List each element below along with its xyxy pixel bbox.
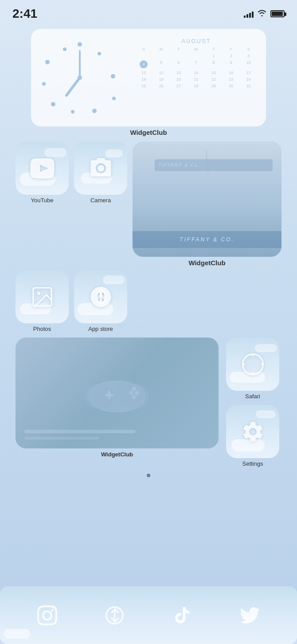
widgetclub-label-2: WidgetClub	[188, 259, 225, 267]
battery-icon	[270, 10, 285, 17]
svg-point-12	[135, 391, 139, 395]
safari-label: Safari	[245, 393, 260, 400]
svg-point-13	[132, 387, 137, 391]
status-icons	[244, 9, 285, 19]
svg-point-11	[129, 391, 133, 395]
svg-point-16	[242, 354, 263, 374]
safari-icon[interactable]	[226, 338, 279, 391]
youtube-icon[interactable]	[16, 141, 69, 195]
photos-app[interactable]: Photos	[16, 270, 69, 332]
widgetclub-gaming-app[interactable]: WidgetClub	[16, 338, 219, 458]
calendar-month: AUGUST	[135, 38, 257, 44]
widgetclub-label-3: WidgetClub	[101, 451, 133, 458]
wifi-icon	[257, 9, 267, 19]
widgetclub-label-1: WidgetClub	[16, 129, 281, 136]
appstore-icon[interactable]: A	[74, 270, 127, 323]
appstore-app[interactable]: A App store	[74, 270, 127, 332]
widgetclub-app-1[interactable]: TIFFANY & Co. TIFFANY & CO. WidgetClub	[133, 141, 281, 267]
settings-icon[interactable]	[226, 405, 279, 458]
status-bar: 2:41	[0, 0, 297, 22]
youtube-label: YouTube	[31, 197, 53, 204]
signal-icon	[244, 10, 254, 18]
dock	[0, 586, 297, 644]
svg-rect-10	[105, 394, 113, 397]
settings-label: Settings	[242, 460, 263, 467]
widgetclub-gaming-icon[interactable]	[16, 338, 219, 448]
status-time: 2:41	[12, 7, 37, 21]
camera-app[interactable]: Camera	[74, 141, 127, 204]
page-indicator	[0, 474, 297, 477]
calendar-grid: 1 2 3 4 5 6 7 8 9 10 11 12 13 14 15 16 1…	[135, 53, 257, 89]
svg-point-14	[132, 395, 137, 400]
clock-widget	[40, 38, 129, 118]
camera-label: Camera	[90, 197, 111, 204]
dock-twitter[interactable]	[230, 595, 270, 635]
settings-app[interactable]: Settings	[224, 405, 281, 467]
page-dot-active	[147, 474, 150, 477]
calendar-widget: AUGUST S M T W T F S 1 2 3 4 5 6	[135, 38, 257, 118]
calendar-days-header: S M T W T F S	[135, 47, 257, 51]
photos-label: Photos	[33, 326, 51, 332]
svg-point-2	[78, 75, 82, 80]
clock-calendar-widget: AUGUST S M T W T F S 1 2 3 4 5 6	[31, 29, 266, 126]
safari-app[interactable]: Safari	[224, 338, 281, 400]
svg-point-4	[37, 292, 40, 295]
camera-icon[interactable]	[74, 141, 127, 195]
widgetclub-large-icon[interactable]: TIFFANY & Co. TIFFANY & CO.	[133, 141, 281, 257]
svg-line-0	[66, 78, 80, 95]
youtube-app[interactable]: YouTube	[16, 141, 69, 204]
photos-icon[interactable]	[16, 270, 69, 323]
svg-text:A: A	[97, 290, 104, 301]
appstore-label: App store	[88, 326, 113, 332]
